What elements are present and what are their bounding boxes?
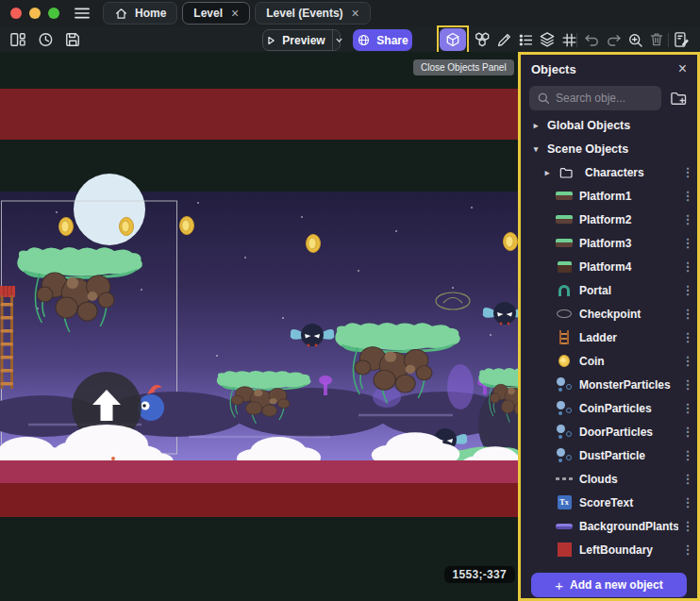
object-menu-button[interactable]: ⋮ — [678, 377, 697, 392]
object-row-checkpoint[interactable]: Checkpoint ⋮ — [521, 302, 697, 326]
preview-button[interactable]: Preview — [262, 29, 341, 51]
close-window-button[interactable] — [10, 8, 22, 19]
objects-panel-header: Objects × — [521, 55, 697, 83]
object-row-leftboundary[interactable]: LeftBoundary ⋮ — [521, 538, 697, 561]
object-menu-button[interactable]: ⋮ — [678, 189, 697, 203]
redo-button[interactable] — [603, 29, 624, 50]
tab-level[interactable]: Level × — [182, 2, 250, 25]
chevron-down-icon — [333, 34, 345, 46]
folder-icon — [557, 165, 575, 180]
scene-editor-canvas[interactable]: 1553;-337 — [0, 52, 518, 601]
delete-button[interactable] — [646, 29, 667, 50]
cursor-coordinates-badge: 1553;-337 — [444, 566, 515, 583]
tab-home[interactable]: Home — [103, 2, 177, 25]
dashes-icon — [555, 477, 574, 480]
object-menu-button[interactable]: ⋮ — [678, 236, 697, 250]
add-new-object-button[interactable]: + Add a new object — [531, 573, 687, 597]
save-button[interactable] — [62, 29, 83, 50]
edit-pencil-button[interactable] — [493, 29, 514, 50]
checkpoint-icon — [555, 309, 574, 318]
share-button[interactable]: Share — [353, 29, 412, 51]
play-icon — [264, 34, 277, 47]
scene-render — [0, 52, 518, 601]
object-menu-button[interactable]: ⋮ — [678, 519, 697, 533]
preview-options-chevron[interactable] — [332, 30, 345, 50]
chevron-right-icon[interactable]: ▸ — [530, 121, 542, 130]
object-menu-button[interactable]: ⋮ — [678, 425, 697, 439]
edit-scene-properties-button[interactable] — [672, 29, 692, 50]
section-label: Scene Objects — [547, 142, 697, 156]
object-row-clouds[interactable]: Clouds ⋮ — [521, 467, 697, 491]
object-menu-button[interactable]: ⋮ — [678, 472, 697, 486]
undo-button[interactable] — [581, 29, 602, 50]
particles-icon — [555, 448, 574, 463]
particles-icon — [555, 377, 574, 392]
platform-thumbnail-icon — [555, 215, 574, 224]
object-menu-button[interactable]: ⋮ — [678, 212, 697, 226]
object-row-platform2[interactable]: Platform2 ⋮ — [521, 208, 697, 231]
project-manager-button[interactable] — [8, 29, 28, 50]
layers-button[interactable] — [537, 29, 558, 50]
object-row-platform1[interactable]: Platform1 ⋮ — [521, 184, 697, 208]
section-label: Global Objects — [547, 119, 697, 132]
top-boundary-band[interactable] — [0, 89, 518, 140]
object-groups-button[interactable] — [472, 29, 492, 50]
plus-icon: + — [555, 577, 563, 593]
hamburger-menu-icon[interactable] — [72, 3, 92, 24]
object-menu-button[interactable]: ⋮ — [678, 283, 697, 297]
object-menu-button[interactable]: ⋮ — [678, 448, 697, 462]
object-menu-button[interactable]: ⋮ — [678, 354, 697, 368]
object-row-platform3[interactable]: Platform3 ⋮ — [521, 231, 697, 255]
zoom-in-button[interactable] — [625, 29, 645, 50]
object-menu-button[interactable]: ⋮ — [678, 165, 697, 179]
tab-level-events[interactable]: Level (Events) × — [255, 2, 371, 25]
instances-list-button[interactable] — [515, 29, 536, 50]
history-button[interactable] — [35, 29, 56, 50]
object-row-monsterparticles[interactable]: MonsterParticles ⋮ — [521, 373, 697, 396]
tab-level-close-icon[interactable]: × — [231, 7, 239, 20]
search-box[interactable] — [529, 86, 661, 110]
objects-panel: Objects × ▸ Global Objects ▾ Scene Objec… — [518, 52, 700, 601]
chevron-right-icon[interactable]: ▸ — [542, 168, 553, 177]
object-menu-button[interactable]: ⋮ — [678, 307, 697, 321]
plant-thumbnail-icon — [555, 524, 574, 529]
particles-icon — [555, 425, 574, 440]
object-row-portal[interactable]: Portal ⋮ — [521, 278, 697, 302]
tab-level-label: Level — [193, 7, 223, 20]
object-row-doorparticles[interactable]: DoorParticles ⋮ — [521, 420, 697, 443]
object-folder-characters[interactable]: ▸ Characters ⋮ — [521, 160, 697, 184]
object-row-coinparticles[interactable]: CoinParticles ⋮ — [521, 396, 697, 420]
platform-thumbnail-icon — [555, 239, 574, 247]
tree-section-global-objects[interactable]: ▸ Global Objects — [521, 113, 697, 137]
bottom-boundary-band — [0, 483, 518, 517]
crimson-band — [0, 460, 518, 483]
object-row-platform4[interactable]: Platform4 ⋮ — [521, 255, 697, 278]
tab-level-events-close-icon[interactable]: × — [352, 7, 359, 20]
share-button-label: Share — [376, 34, 408, 47]
object-row-ladder[interactable]: Ladder ⋮ — [521, 326, 697, 349]
minimize-window-button[interactable] — [29, 8, 41, 19]
object-menu-button[interactable]: ⋮ — [678, 543, 697, 557]
chevron-down-icon[interactable]: ▾ — [530, 144, 542, 154]
object-menu-button[interactable]: ⋮ — [678, 495, 697, 509]
ladder-icon — [555, 330, 574, 344]
moon[interactable] — [74, 174, 145, 245]
objects-panel-close-icon[interactable]: × — [678, 61, 687, 76]
text-object-icon: Tx — [555, 495, 574, 509]
toolbar: Preview Share — [0, 26, 700, 52]
search-icon — [536, 91, 551, 109]
tree-section-scene-objects[interactable]: ▾ Scene Objects — [521, 137, 697, 160]
object-row-scoretext[interactable]: Tx ScoreText ⋮ — [521, 491, 697, 514]
object-menu-button[interactable]: ⋮ — [678, 401, 697, 415]
tab-home-label: Home — [135, 7, 166, 20]
object-row-dustparticle[interactable]: DustParticle ⋮ — [521, 443, 697, 467]
object-row-coin[interactable]: Coin ⋮ — [521, 349, 697, 373]
tab-bar: Home Level × Level (Events) × — [0, 0, 700, 26]
home-icon — [114, 7, 128, 21]
object-row-backgroundplants[interactable]: BackgroundPlants ⋮ — [521, 514, 697, 538]
zoom-window-button[interactable] — [48, 8, 59, 19]
new-folder-button[interactable] — [668, 88, 689, 109]
object-menu-button[interactable]: ⋮ — [678, 259, 697, 274]
object-menu-button[interactable]: ⋮ — [678, 330, 697, 344]
objects-panel-toggle-button[interactable] — [440, 28, 466, 51]
